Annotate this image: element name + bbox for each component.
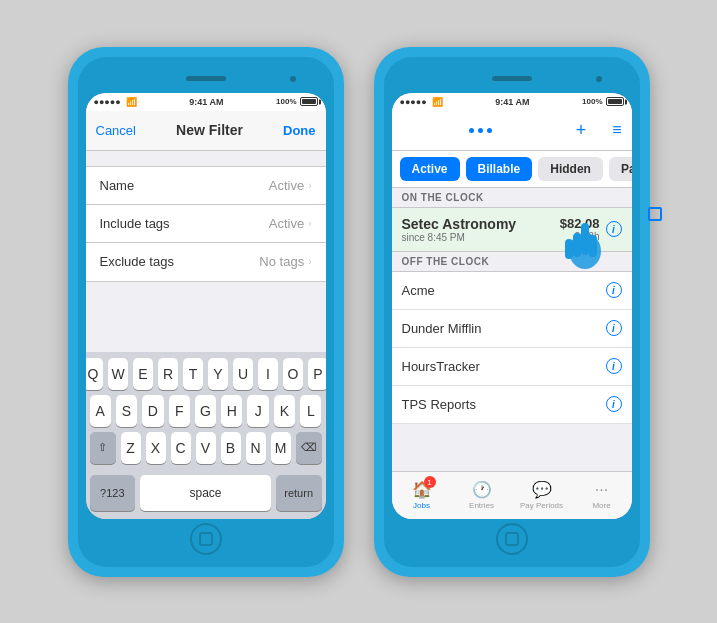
tab-hidden[interactable]: Hidden bbox=[538, 157, 603, 181]
svg-rect-3 bbox=[589, 235, 597, 257]
info-button-dunder[interactable]: i bbox=[606, 320, 622, 336]
kb-bottom-row: ?123 space return bbox=[86, 471, 326, 519]
key-i[interactable]: I bbox=[258, 358, 278, 390]
return-key[interactable]: return bbox=[276, 475, 322, 511]
home-button-left[interactable] bbox=[190, 523, 222, 555]
key-g[interactable]: G bbox=[195, 395, 216, 427]
filter-tabs: Active Billable Hidden Paid bbox=[392, 151, 632, 188]
key-s[interactable]: S bbox=[116, 395, 137, 427]
add-button[interactable]: + bbox=[576, 120, 587, 141]
key-w[interactable]: W bbox=[108, 358, 128, 390]
screen-wrap-right: ●●●●● 📶 9:41 AM 100% bbox=[392, 93, 632, 519]
tab-entries-label: Entries bbox=[469, 501, 494, 510]
form-row-exclude-tags[interactable]: Exclude tags No tags › bbox=[86, 243, 326, 281]
corner-button[interactable] bbox=[648, 207, 662, 221]
list-item-hourstracker[interactable]: HoursTracker i bbox=[392, 348, 632, 386]
key-h[interactable]: H bbox=[221, 395, 242, 427]
info-button-tps[interactable]: i bbox=[606, 396, 622, 412]
home-button-right[interactable] bbox=[496, 523, 528, 555]
key-u[interactable]: U bbox=[233, 358, 253, 390]
cancel-button[interactable]: Cancel bbox=[96, 123, 136, 138]
signal-dots-right: ●●●●● bbox=[400, 97, 427, 107]
key-v[interactable]: V bbox=[196, 432, 216, 464]
key-l[interactable]: L bbox=[300, 395, 321, 427]
battery-fill-right bbox=[608, 99, 622, 104]
battery-fill-left bbox=[302, 99, 316, 104]
phone-top-right bbox=[392, 65, 632, 93]
screen-right: ●●●●● 📶 9:41 AM 100% bbox=[392, 93, 632, 519]
list-item-acme[interactable]: Acme i bbox=[392, 272, 632, 310]
key-o[interactable]: O bbox=[283, 358, 303, 390]
chevron-name: › bbox=[308, 180, 311, 191]
delete-key[interactable]: ⌫ bbox=[296, 432, 322, 464]
tab-entries[interactable]: 🕐 Entries bbox=[452, 480, 512, 510]
kb-row-3: ⇧ Z X C V B N M ⌫ bbox=[90, 432, 322, 464]
done-button[interactable]: Done bbox=[283, 123, 316, 138]
form-value-exclude-tags: No tags › bbox=[259, 254, 311, 269]
list-item-tps[interactable]: TPS Reports i bbox=[392, 386, 632, 424]
keyboard: Q W E R T Y U I O P bbox=[86, 352, 326, 519]
phone-bottom-right bbox=[392, 519, 632, 559]
key-j[interactable]: J bbox=[247, 395, 268, 427]
key-q[interactable]: Q bbox=[86, 358, 104, 390]
tab-active[interactable]: Active bbox=[400, 157, 460, 181]
key-x[interactable]: X bbox=[146, 432, 166, 464]
status-bar-right: ●●●●● 📶 9:41 AM 100% bbox=[392, 93, 632, 111]
camera-left bbox=[290, 76, 296, 82]
num-key[interactable]: ?123 bbox=[90, 475, 136, 511]
shift-key[interactable]: ⇧ bbox=[90, 432, 116, 464]
tab-paid[interactable]: Paid bbox=[609, 157, 632, 181]
jobs-badge: 1 bbox=[424, 476, 436, 488]
phone-bottom-left bbox=[86, 519, 326, 559]
info-button-acme[interactable]: i bbox=[606, 282, 622, 298]
kb-row-2: A S D F G H J K L bbox=[90, 395, 322, 427]
key-r[interactable]: R bbox=[158, 358, 178, 390]
time-left: 9:41 AM bbox=[189, 97, 223, 107]
nav-bar-left: Cancel New Filter Done bbox=[86, 111, 326, 151]
form-label-exclude-tags: Exclude tags bbox=[100, 254, 174, 269]
key-k[interactable]: K bbox=[274, 395, 295, 427]
list-item-dunder[interactable]: Dunder Mifflin i bbox=[392, 310, 632, 348]
screen-left: ●●●●● 📶 9:41 AM 100% Cancel bbox=[86, 93, 326, 519]
chevron-include-tags: › bbox=[308, 218, 311, 229]
svg-rect-4 bbox=[565, 239, 573, 259]
tab-more[interactable]: ··· More bbox=[572, 481, 632, 510]
battery-icon-right bbox=[606, 97, 624, 106]
key-a[interactable]: A bbox=[90, 395, 111, 427]
signal-dots-left: ●●●●● bbox=[94, 97, 121, 107]
key-f[interactable]: F bbox=[169, 395, 190, 427]
space-key[interactable]: space bbox=[140, 475, 271, 511]
status-bar-left: ●●●●● 📶 9:41 AM 100% bbox=[86, 93, 326, 111]
key-y[interactable]: Y bbox=[208, 358, 228, 390]
keyboard-rows: Q W E R T Y U I O P bbox=[86, 352, 326, 471]
key-n[interactable]: N bbox=[246, 432, 266, 464]
tab-pay-periods[interactable]: 💬 Pay Periods bbox=[512, 480, 572, 510]
key-d[interactable]: D bbox=[142, 395, 163, 427]
form-row-name[interactable]: Name Active › bbox=[86, 167, 326, 205]
kb-row-1: Q W E R T Y U I O P bbox=[90, 358, 322, 390]
form-value-name: Active › bbox=[269, 178, 312, 193]
on-clock-name: Setec Astronomy bbox=[402, 216, 517, 232]
key-m[interactable]: M bbox=[271, 432, 291, 464]
key-c[interactable]: C bbox=[171, 432, 191, 464]
screen-wrap-left: ●●●●● 📶 9:41 AM 100% Cancel bbox=[86, 93, 326, 519]
key-z[interactable]: Z bbox=[121, 432, 141, 464]
key-b[interactable]: B bbox=[221, 432, 241, 464]
tab-jobs[interactable]: 🏠 1 Jobs bbox=[392, 480, 452, 510]
info-button-hourstracker[interactable]: i bbox=[606, 358, 622, 374]
key-p[interactable]: P bbox=[308, 358, 326, 390]
camera-right bbox=[596, 76, 602, 82]
info-button-on-clock[interactable]: i bbox=[606, 221, 622, 237]
svg-rect-1 bbox=[581, 223, 589, 255]
speaker-right bbox=[492, 76, 532, 81]
key-e[interactable]: E bbox=[133, 358, 153, 390]
form-row-include-tags[interactable]: Include tags Active › bbox=[86, 205, 326, 243]
nav-title-left: New Filter bbox=[176, 122, 243, 138]
phone-right: ●●●●● 📶 9:41 AM 100% bbox=[374, 47, 650, 577]
finger-cursor-icon bbox=[557, 213, 602, 268]
key-t[interactable]: T bbox=[183, 358, 203, 390]
on-clock-item[interactable]: Setec Astronomy since 8:45 PM bbox=[392, 208, 632, 252]
tab-billable[interactable]: Billable bbox=[466, 157, 533, 181]
menu-button[interactable]: ≡ bbox=[612, 121, 621, 139]
wifi-icon-left: 📶 bbox=[126, 97, 137, 107]
